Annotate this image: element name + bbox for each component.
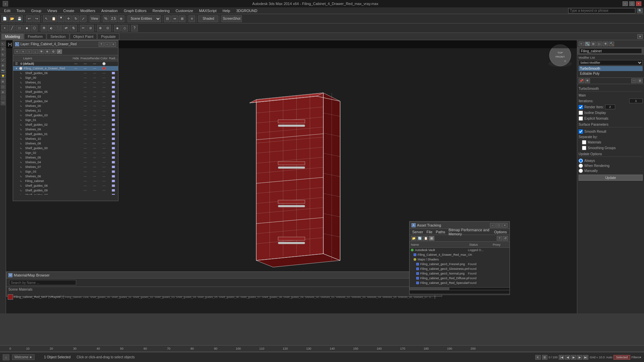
move-btn[interactable]: ✛ (65, 15, 72, 22)
viewport-menu[interactable]: Shaded (198, 15, 218, 22)
layer-row-shelf-guides-03[interactable]: ↳ Shelf_guides_03 — — — (13, 113, 118, 118)
layer-row-shelves-06[interactable]: ↳ Shelves_06 — — — (13, 174, 118, 179)
welcome-tab[interactable]: Welcome ★ (12, 354, 35, 360)
search-input[interactable] (568, 8, 635, 13)
asset-panel-maximize[interactable]: □ (496, 223, 501, 228)
sidebar-light[interactable]: 💡 (1, 74, 5, 78)
layer-row-shelves-11[interactable]: ↳ Shelves_11 — — — (13, 108, 118, 113)
close-button[interactable]: × (636, 1, 641, 6)
layer-panel-help[interactable]: ? (99, 42, 104, 47)
layer-row-shelves-01[interactable]: ↳ Shelves_01 — — — (13, 80, 118, 85)
rp-motion-icon[interactable]: ▷ (597, 42, 602, 46)
asset-row-specular[interactable]: Filing_cabinet_geo3_Red_Specular.png Fou… (410, 281, 509, 285)
layer-panel-minimize[interactable]: − (105, 42, 110, 47)
asset-help[interactable]: ? (497, 236, 502, 241)
scale-btn[interactable]: ⤢ (80, 15, 87, 22)
iterations-input[interactable] (629, 99, 643, 103)
layers-manager[interactable]: ≡ (189, 15, 195, 22)
layer-row-shelf-guides-04[interactable]: ↳ Shelf_guides_04 — — — (13, 99, 118, 104)
layer-row-shelves-03[interactable]: ↳ Shelves_03 — — — (13, 94, 118, 99)
next-key[interactable]: ▶| (583, 355, 588, 360)
timeline[interactable]: 0 10 20 30 40 50 60 70 80 90 100 110 120… (0, 345, 644, 352)
cut-btn[interactable]: ✂ (80, 25, 87, 32)
select-by-name[interactable]: 📋 (50, 15, 57, 22)
menu-maxscript[interactable]: MAXScript (197, 8, 219, 13)
mirror-btn[interactable]: ⇔ (171, 15, 178, 22)
minimize-button[interactable]: − (623, 1, 628, 6)
asset-toolbar-btn1[interactable]: 📁 (411, 236, 416, 241)
viewport-area[interactable]: [+] [Perspective] [Shaded + Edged Faces]… (6, 40, 577, 313)
inset-btn[interactable]: ⬛ (55, 25, 62, 32)
layer-row-shelf-guides-05[interactable]: ↳ Shelf_guides_05 — — — (13, 89, 118, 94)
menu-create[interactable]: Create (60, 8, 77, 13)
select-region-dropdown[interactable]: ▼ (58, 15, 64, 22)
rp-display-icon[interactable]: 👁 (603, 42, 608, 46)
menu-rendering[interactable]: Rendering (150, 8, 172, 13)
when-rendering-radio[interactable] (579, 164, 583, 168)
freeze-all-btn[interactable]: ❄ (45, 49, 50, 54)
layer-row-shelves-00[interactable]: ↳ Shelves_00 — — — (13, 104, 118, 108)
delete-layer-btn[interactable]: × (20, 49, 26, 54)
layer-row-filing-cabinet-obj[interactable]: ↳ Filing_cabinet — — — (13, 179, 118, 183)
layer-row-shelves-09[interactable]: ↳ Shelves_09 — — — (13, 127, 118, 132)
menu-views[interactable]: Views (45, 8, 60, 13)
search-icon[interactable]: 🔍 (637, 8, 643, 13)
sidebar-move[interactable]: ✛ (1, 47, 5, 52)
snap-toggle[interactable]: 2.5 (110, 15, 117, 22)
update-button[interactable]: Update (579, 175, 643, 181)
asset-menu-options[interactable]: Options (493, 230, 508, 234)
play-anim[interactable]: ▶ (571, 355, 576, 360)
layer-row-shelves-08[interactable]: ↳ Shelves_08 — — — (13, 141, 118, 146)
asset-refresh[interactable]: ↺ (503, 236, 508, 241)
asset-menu-server[interactable]: Server (411, 230, 424, 234)
modifier-list-dropdown[interactable]: Select Modifier (579, 60, 643, 65)
layer-panel-close[interactable]: × (111, 42, 116, 47)
always-radio[interactable] (579, 159, 583, 163)
layer-row-shelf-guides-07[interactable]: ↳ Shelf_guides_07 — — — (13, 193, 118, 195)
sidebar-systems[interactable]: ⚙ (1, 90, 5, 95)
layer-row-shelf-guides-08[interactable]: ↳ Shelf_guides_08 — — — (13, 183, 118, 188)
key-mode[interactable]: K (535, 355, 541, 360)
sidebar-scale[interactable]: ⤢ (1, 58, 5, 62)
poly-mode-poly[interactable]: ■ (23, 25, 30, 32)
layer-row-sign-01[interactable]: ↳ Sign_01 — — — (13, 118, 118, 122)
layer-row-sign-03[interactable]: ↳ Sign_03 — — — (13, 169, 118, 174)
time-config[interactable]: ⊞ (542, 355, 547, 360)
poly-mode-border[interactable]: □ (16, 25, 23, 32)
redo-btn[interactable]: ↪ (33, 15, 40, 22)
modifier-turbosmooth[interactable]: TurboSmooth (579, 66, 643, 71)
layer-row-shelf-guides-01[interactable]: ↳ Shelf_guides_01 — — — (13, 132, 118, 136)
rp-create-icon[interactable]: + (579, 42, 584, 46)
layer-row-shelf-guides-02[interactable]: ↳ Shelf_guides_02 — — — (13, 122, 118, 127)
layer-settings-btn[interactable]: ⚙ (51, 49, 56, 54)
manually-radio[interactable] (579, 169, 583, 173)
smoothing-groups-checkbox[interactable] (582, 146, 586, 150)
bridge-btn[interactable]: ⇌ (63, 25, 69, 32)
layer-row-shelf-guides-09[interactable]: ↳ Shelf_guides_09 — — — (13, 188, 118, 193)
undo-btn[interactable]: ↩ (26, 15, 33, 22)
rp-show-result[interactable]: 👁 (585, 78, 590, 83)
sidebar-snap[interactable]: ⊕ (1, 63, 5, 68)
layer-row-shelf-guides-00[interactable]: ↳ Shelf_guides_00 — — — (13, 146, 118, 150)
layer-row-default[interactable]: ☰ 0 (default) — — — (13, 61, 118, 66)
modifier-editable-poly[interactable]: Editable Poly (579, 71, 643, 76)
tab-modeling[interactable]: Modeling (1, 34, 24, 40)
maximize-button[interactable]: □ (629, 1, 635, 6)
layer-row-shelves-04[interactable]: ↳ Shelves_04 — — — (13, 160, 118, 165)
tab-selection[interactable]: Selection (47, 34, 69, 40)
prev-key[interactable]: |◀ (559, 355, 564, 360)
asset-menu-paths[interactable]: Paths (434, 230, 446, 234)
layer-row-shelf-guides-06[interactable]: ↳ Shelf_guides_06 — — — (13, 71, 118, 75)
flip-btn[interactable]: ⇅ (70, 25, 77, 32)
menu-edit[interactable]: Edit (1, 8, 13, 13)
align-btn[interactable]: ⊞ (179, 15, 185, 22)
hide-all-btn[interactable]: 👁 (39, 49, 44, 54)
asset-row-diffuse[interactable]: Filing_cabinet_geo3_Red_Diffuse.png Foun… (410, 276, 509, 281)
layer-row-sign-02[interactable]: ↳ Sign_02 — — — (13, 150, 118, 155)
asset-toolbar-btn2[interactable]: 🔄 (417, 236, 422, 241)
save-btn[interactable]: 💾 (16, 15, 23, 22)
rp-mod-settings[interactable]: ⚙ (637, 78, 643, 83)
explicit-normals-checkbox[interactable] (579, 116, 583, 121)
menu-tools[interactable]: Tools (14, 8, 28, 13)
layer-row-shelves-02[interactable]: ↳ Shelves_02 — — — (13, 85, 118, 89)
